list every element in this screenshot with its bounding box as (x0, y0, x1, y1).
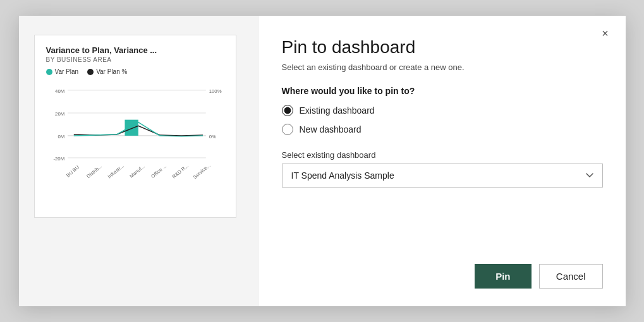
svg-text:100%: 100% (209, 88, 221, 94)
svg-text:Manuf...: Manuf... (128, 164, 145, 179)
radio-group: Existing dashboard New dashboard (282, 105, 603, 135)
dialog-form-panel: × Pin to dashboard Select an existing da… (259, 16, 626, 306)
svg-text:Office ...: Office ... (150, 164, 167, 179)
svg-text:BU BU: BU BU (65, 164, 80, 178)
close-button[interactable]: × (597, 25, 614, 42)
legend-dot-var-plan-pct (87, 69, 94, 75)
dashboard-select[interactable]: IT Spend Analysis Sample (282, 164, 603, 188)
pin-dialog: Variance to Plan, Variance ... BY BUSINE… (19, 16, 626, 306)
svg-text:-20M: -20M (53, 156, 64, 162)
radio-new-label: New dashboard (300, 124, 361, 134)
radio-new-input[interactable] (282, 124, 293, 135)
pin-question: Where would you like to pin to? (282, 86, 603, 96)
legend-item-var-plan-pct: Var Plan % (87, 68, 127, 75)
select-existing-label: Select existing dashboard (282, 150, 603, 160)
bar-manuf (125, 120, 138, 136)
chart-subtitle: BY BUSINESS AREA (46, 56, 224, 63)
svg-text:40M: 40M (55, 88, 64, 94)
radio-existing-dashboard[interactable]: Existing dashboard (282, 105, 603, 116)
svg-text:Infrastr...: Infrastr... (106, 163, 125, 179)
svg-text:20M: 20M (55, 111, 64, 117)
legend-item-var-plan: Var Plan (46, 68, 79, 75)
svg-text:R&D R...: R&D R... (171, 163, 189, 180)
chart-preview-panel: Variance to Plan, Variance ... BY BUSINE… (19, 16, 259, 306)
svg-text:0M: 0M (58, 134, 64, 140)
radio-existing-label: Existing dashboard (300, 105, 375, 116)
overlay: Variance to Plan, Variance ... BY BUSINE… (0, 0, 644, 322)
legend-label-var-plan-pct: Var Plan % (96, 68, 127, 75)
legend-dot-var-plan (46, 69, 52, 75)
pin-button[interactable]: Pin (475, 264, 532, 289)
chart-svg: 40M 20M 0M -20M 100% 0% (46, 80, 224, 188)
dialog-actions: Pin Cancel (282, 251, 603, 289)
chart-title: Variance to Plan, Variance ... (46, 45, 224, 55)
radio-existing-input[interactable] (282, 105, 293, 116)
chart-legend: Var Plan Var Plan % (46, 68, 224, 75)
legend-label-var-plan: Var Plan (55, 68, 79, 75)
chart-card: Variance to Plan, Variance ... BY BUSINE… (34, 35, 236, 218)
svg-text:Distrib...: Distrib... (85, 164, 103, 179)
dialog-title: Pin to dashboard (282, 37, 603, 57)
dialog-description: Select an existing dashboard or create a… (282, 63, 603, 72)
svg-text:0%: 0% (209, 134, 216, 140)
cancel-button[interactable]: Cancel (539, 264, 603, 289)
radio-new-dashboard[interactable]: New dashboard (282, 124, 603, 135)
svg-text:Service...: Service... (192, 162, 212, 180)
